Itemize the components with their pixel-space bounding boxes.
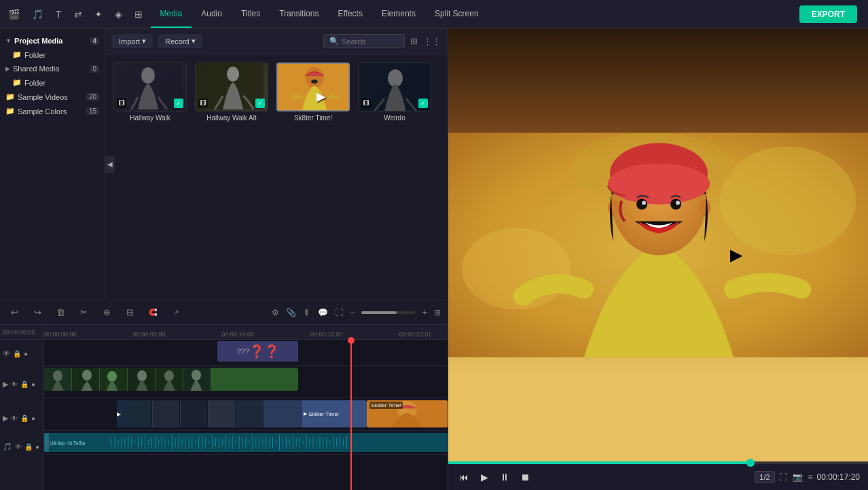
search-input[interactable] [342,37,396,46]
fullscreen-icon[interactable]: ⛶ [335,308,343,317]
play-button[interactable]: ▶ [477,470,492,485]
checked-icon: ✓ [174,99,183,108]
elements-icon[interactable]: ◈ [115,9,122,20]
snapshot-icon[interactable]: 📷 [793,472,803,482]
undo-button[interactable]: ↩ [7,305,22,320]
secondary-mute-icon[interactable]: ● [31,415,35,422]
audio-note-icon[interactable]: 🎵 [3,442,12,451]
redo-button[interactable]: ↪ [30,305,45,320]
grid-view-icon[interactable]: ⊞ [434,308,441,317]
svg-point-10 [53,370,62,381]
secondary-lock-icon[interactable]: 🔒 [20,415,29,422]
audio-mute-icon[interactable]: ● [35,443,39,451]
effects-icon[interactable]: ✦ [94,9,103,20]
current-time: 00:00:17:20 [817,472,860,482]
mic-icon[interactable]: 🎙 [303,308,311,317]
titles-icon[interactable]: T [56,9,62,20]
cursor-icon[interactable]: ↗ [168,305,183,320]
stop-button[interactable]: ⏹ [518,470,532,485]
secondary-eye-icon[interactable]: 👁 [11,415,18,422]
media-item-sk8ter-time[interactable]: ▶ Sk8ter Time! [276,63,350,122]
waveform: 🎵 Little Maps - Out The Blue [44,433,448,452]
overlay-clip[interactable]: ??? ❓❓ [217,341,298,362]
frame-6 [183,368,211,391]
export-button[interactable]: EXPORT [799,5,857,23]
record-button[interactable]: Record ▾ [158,34,202,48]
sk8ter-extended-label: Sk8ter Time! [369,402,403,409]
track-labels: 00:00:00:00 👁 🔒 ● ▶ 👁 🔒 ● [0,325,44,490]
sidebar-item-shared-media[interactable]: ▶ Shared Media 0 [0,62,105,75]
media-label-hallway-walk: Hallway Walk [130,114,170,122]
grid-icon[interactable]: ⋮⋮ [423,36,441,46]
search-box[interactable]: 🔍 [323,34,405,48]
sidebar-collapse-btn[interactable]: ◀ [105,156,115,173]
qmark-label: ??? [237,347,249,355]
zoom-in-icon[interactable]: + [422,308,427,317]
tab-media[interactable]: Media [151,0,192,28]
copy-button[interactable]: ⊕ [99,305,114,320]
svg-point-20 [192,370,201,381]
fullscreen-preview-icon[interactable]: ⛶ [779,472,787,482]
main-video-clip[interactable] [44,368,298,391]
main-video-eye-icon[interactable]: 👁 [11,381,18,388]
sidebar-item-shared-folder[interactable]: 📁 Folder [0,75,105,90]
film-icon-alt: 🎞 [198,99,208,108]
svg-point-3 [227,67,239,82]
media-item-hallway-walk[interactable]: 🎞 ✓ Hallway Walk [113,63,187,122]
caption-icon[interactable]: 💬 [318,308,328,317]
audio-icon[interactable]: 🎵 [32,9,43,20]
split-button[interactable]: ⊟ [122,305,137,320]
main-video-mute-icon[interactable]: ● [31,381,35,388]
media-thumb-weirdo: 🎞 ✓ [358,63,431,111]
filter-icon[interactable]: ⊞ [410,36,418,46]
zoom-out-icon[interactable]: − [350,308,355,317]
sidebar-item-project-media[interactable]: ▼ Project Media 4 [0,34,105,48]
magnet-icon[interactable]: 🧲 [145,305,160,320]
sk8ter-clip-extended[interactable]: Sk8ter Time! [367,400,448,427]
search-icon: 🔍 [329,37,339,46]
svg-point-18 [164,370,174,381]
preview-progress-bar[interactable] [448,461,868,464]
sidebar-item-folder[interactable]: 📁 Folder [0,48,105,62]
pause-button[interactable]: ⏸ [497,470,512,485]
settings-icon[interactable]: ⚙ [272,308,279,317]
media-item-hallway-walk-alt[interactable]: 🎞 ✓ Hallway Walk Alt [195,63,268,122]
sidebar-item-sample-colors[interactable]: 📁 Sample Colors 15 [0,104,105,118]
overlay-mute-icon[interactable]: ● [24,350,28,357]
sk8ter-label: Sk8ter Time! [308,411,339,417]
media-item-weirdo[interactable]: 🎞 ✓ Weirdo [358,63,431,122]
sidebar-item-sample-videos[interactable]: 📁 Sample Videos 20 [0,90,105,104]
delete-button[interactable]: 🗑 [53,305,68,320]
svg-point-12 [82,370,92,381]
audio-eye-icon[interactable]: 👁 [15,443,22,451]
sk8ter-clip-preview[interactable]: ▶ Sk8ter Time! [302,400,367,427]
import-button[interactable]: Import ▾ [112,34,153,48]
secondary-play-icon[interactable]: ▶ [3,414,8,423]
split-screen-icon[interactable]: ⊞ [134,9,143,20]
overlay-lock-icon[interactable]: 🔒 [13,350,21,357]
audio-clip[interactable]: 🎵 Little Maps - Out The Blue [44,433,448,452]
skip-back-button[interactable]: ⏮ [456,470,471,485]
tab-effects[interactable]: Effects [328,0,372,28]
cut-button[interactable]: ✂ [76,305,91,320]
tab-elements[interactable]: Elements [372,0,425,28]
sidebar: ▼ Project Media 4 📁 Folder ▶ Shared Medi… [0,29,105,300]
tab-split-screen[interactable]: Split Screen [425,0,488,28]
tab-titles[interactable]: Titles [232,0,270,28]
tab-audio[interactable]: Audio [192,0,232,28]
quality-selector[interactable]: 1/2 [755,471,774,483]
tab-transitions[interactable]: Transitions [270,0,328,28]
eye-icon[interactable]: 👁 [3,349,10,357]
clip-icon[interactable]: 📎 [286,308,296,317]
settings-preview-icon[interactable]: ≡ [808,472,813,482]
media-icon[interactable]: 🎬 [8,9,20,20]
video-play-icon[interactable]: ▶ [3,380,8,389]
timeline-right-tools: ⚙ 📎 🎙 💬 ⛶ − + ⊞ [272,308,441,317]
left-panel: ▼ Project Media 4 📁 Folder ▶ Shared Medi… [0,29,448,490]
audio-lock-icon[interactable]: 🔒 [24,443,33,451]
main-video-lock-icon[interactable]: 🔒 [20,381,29,388]
sidebar-sample-videos-count: 20 [86,93,99,101]
overlay-track: ??? ❓❓ [44,340,448,366]
transitions-icon[interactable]: ⇄ [74,9,82,20]
frame-2 [72,368,99,391]
